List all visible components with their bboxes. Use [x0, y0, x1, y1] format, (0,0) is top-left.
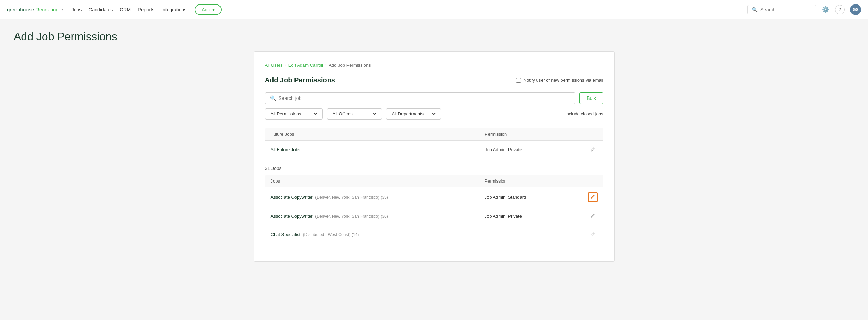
- future-job-permission: Job Admin: Private: [479, 141, 582, 159]
- job-search-box[interactable]: 🔍: [265, 92, 576, 104]
- table-row: Chat Specialist (Distributed - West Coas…: [265, 225, 603, 244]
- include-closed-label[interactable]: Include closed jobs: [558, 111, 603, 116]
- search-icon: 🔍: [752, 7, 758, 12]
- job-permission-0: Job Admin: Standard: [479, 187, 582, 207]
- page-title: Add Job Permissions: [14, 30, 868, 43]
- search-input[interactable]: [760, 7, 812, 12]
- departments-select[interactable]: All Departments Marketing Engineering Sa…: [390, 111, 437, 117]
- edit-icon[interactable]: [589, 230, 597, 238]
- bulk-button[interactable]: Bulk: [579, 92, 603, 104]
- add-button-chevron-icon: ▾: [212, 7, 215, 12]
- future-jobs-col1: Future Jobs: [265, 128, 479, 141]
- nav-link-crm[interactable]: CRM: [120, 7, 131, 12]
- avatar[interactable]: GS: [850, 4, 861, 15]
- offices-select[interactable]: All Offices Denver New York San Francisc…: [331, 111, 377, 117]
- job-action-0: [582, 187, 603, 207]
- breadcrumb-all-users[interactable]: All Users: [265, 63, 283, 68]
- add-button[interactable]: Add ▾: [195, 4, 222, 15]
- jobs-col2: Permission: [479, 175, 582, 187]
- future-jobs-col2: Permission: [479, 128, 582, 141]
- departments-filter[interactable]: All Departments Marketing Engineering Sa…: [386, 108, 441, 120]
- jobs-col1: Jobs: [265, 175, 479, 187]
- nav-right: 🔍 ⚙️ ? GS: [747, 4, 861, 15]
- nav-link-jobs[interactable]: Jobs: [72, 7, 82, 12]
- permissions-filter[interactable]: All Permissions Job Admin: Standard Job …: [265, 108, 323, 120]
- job-name-cell: Associate Copywriter (Denver, New York, …: [265, 207, 479, 225]
- permissions-select[interactable]: All Permissions Job Admin: Standard Job …: [269, 111, 318, 117]
- help-button[interactable]: ?: [835, 5, 845, 14]
- breadcrumb-sep-2: ›: [325, 63, 326, 68]
- future-job-name: All Future Jobs: [265, 141, 479, 159]
- nav-links: Jobs Candidates CRM Reports Integrations: [72, 7, 187, 12]
- future-jobs-thead: Future Jobs Permission: [265, 128, 603, 141]
- search-box[interactable]: 🔍: [747, 5, 816, 14]
- filter-row: All Permissions Job Admin: Standard Job …: [265, 108, 603, 120]
- nav-link-reports[interactable]: Reports: [138, 7, 154, 12]
- logo-chevron-icon[interactable]: ▾: [61, 7, 63, 12]
- future-job-action: [582, 141, 603, 159]
- card-header: Add Job Permissions Notify user of new p…: [265, 76, 603, 84]
- future-jobs-col-action: [582, 128, 603, 141]
- notify-text: Notify user of new permissions via email: [524, 78, 603, 83]
- job-action-1: [582, 207, 603, 225]
- edit-icon[interactable]: [589, 145, 597, 154]
- edit-icon[interactable]: [589, 212, 597, 220]
- breadcrumb-current: Add Job Permissions: [329, 63, 371, 68]
- page-title-area: Add Job Permissions: [0, 19, 868, 51]
- job-permission-2: –: [479, 225, 582, 244]
- table-row: Associate Copywriter (Denver, New York, …: [265, 207, 603, 225]
- table-row: All Future Jobs Job Admin: Private: [265, 141, 603, 159]
- future-jobs-tbody: All Future Jobs Job Admin: Private: [265, 141, 603, 159]
- job-search-input[interactable]: [279, 95, 570, 101]
- jobs-thead: Jobs Permission: [265, 175, 603, 187]
- nav-link-candidates[interactable]: Candidates: [88, 7, 113, 12]
- jobs-count: 31 Jobs: [265, 166, 603, 171]
- offices-filter[interactable]: All Offices Denver New York San Francisc…: [327, 108, 382, 120]
- include-closed-checkbox[interactable]: [558, 112, 562, 116]
- jobs-col-action: [582, 175, 603, 187]
- settings-button[interactable]: ⚙️: [822, 6, 829, 13]
- edit-highlighted-icon[interactable]: [588, 192, 598, 202]
- breadcrumb-sep-1: ›: [285, 63, 286, 68]
- card: All Users › Edit Adam Carroll › Add Job …: [254, 51, 615, 262]
- jobs-tbody: Associate Copywriter (Denver, New York, …: [265, 187, 603, 244]
- main-content: All Users › Edit Adam Carroll › Add Job …: [0, 51, 868, 276]
- jobs-table: Jobs Permission Associate Copywriter (De…: [265, 175, 603, 244]
- search-row: 🔍 Bulk: [265, 92, 603, 104]
- job-name-cell: Associate Copywriter (Denver, New York, …: [265, 187, 479, 207]
- table-row: Associate Copywriter (Denver, New York, …: [265, 187, 603, 207]
- add-button-label: Add: [202, 7, 210, 12]
- notify-checkbox[interactable]: [516, 78, 521, 83]
- future-jobs-table: Future Jobs Permission All Future Jobs J…: [265, 128, 603, 159]
- logo: greenhouse Recruiting ▾: [7, 7, 63, 12]
- logo-text-dark: greenhouse: [7, 7, 34, 12]
- job-name-cell: Chat Specialist (Distributed - West Coas…: [265, 225, 479, 244]
- include-closed-text: Include closed jobs: [565, 111, 603, 116]
- notify-label[interactable]: Notify user of new permissions via email: [516, 78, 603, 83]
- card-title: Add Job Permissions: [265, 76, 335, 84]
- job-action-2: [582, 225, 603, 244]
- breadcrumb: All Users › Edit Adam Carroll › Add Job …: [265, 63, 603, 68]
- logo-text-green: Recruiting: [35, 7, 59, 12]
- search-job-icon: 🔍: [270, 95, 276, 101]
- job-permission-1: Job Admin: Private: [479, 207, 582, 225]
- nav-link-integrations[interactable]: Integrations: [161, 7, 186, 12]
- top-nav: greenhouse Recruiting ▾ Jobs Candidates …: [0, 0, 868, 19]
- breadcrumb-edit-user[interactable]: Edit Adam Carroll: [288, 63, 323, 68]
